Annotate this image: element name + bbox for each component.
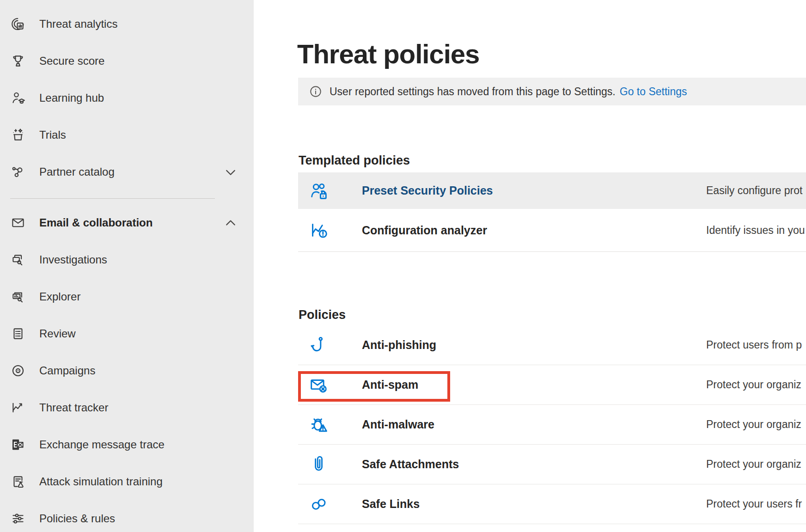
row-title[interactable]: Configuration analyzer [362, 224, 487, 237]
sidebar-item-email-collaboration[interactable]: Email & collaboration [0, 204, 254, 241]
policies-heading: Policies [299, 308, 346, 322]
row-description: Easily configure prot [706, 184, 802, 197]
sidebar-item-label: Email & collaboration [39, 216, 153, 229]
row-title[interactable]: Anti-phishing [362, 338, 436, 352]
sidebar-item-policies-rules[interactable]: Policies & rules [0, 500, 254, 532]
sidebar-item-label: Secure score [39, 55, 104, 67]
sidebar-item-label: Threat analytics [39, 18, 117, 31]
sidebar-item-partner-catalog[interactable]: Partner catalog [0, 153, 254, 190]
sidebar-item-label: Explorer [39, 290, 80, 303]
sidebar-item-trials[interactable]: Trials [0, 116, 254, 153]
anti-phishing-icon [308, 335, 330, 356]
row-title[interactable]: Anti-malware [362, 418, 434, 431]
sidebar-item-campaigns[interactable]: Campaigns [0, 352, 254, 389]
row-title[interactable]: Anti-spam [362, 378, 418, 391]
row-title[interactable]: Safe Links [362, 497, 420, 511]
sidebar-item-exchange-message-trace[interactable]: Exchange message trace [0, 426, 254, 463]
sidebar-item-secure-score[interactable]: Secure score [0, 43, 254, 79]
campaigns-icon [10, 363, 26, 379]
sidebar-item-label: Learning hub [39, 92, 104, 104]
sidebar-item-threat-tracker[interactable]: Threat tracker [0, 389, 254, 426]
policies-rules-icon [10, 511, 26, 526]
email-icon [10, 215, 26, 231]
exchange-icon [10, 437, 26, 453]
sidebar-item-label: Threat tracker [39, 401, 108, 414]
row-preset-security-policies[interactable]: Preset Security Policies Easily configur… [298, 172, 806, 209]
threat-analytics-icon [10, 16, 26, 32]
trophy-icon [10, 53, 26, 69]
row-description: Protect your users fr [706, 498, 802, 510]
row-anti-phishing[interactable]: Anti-phishing Protect users from p [298, 325, 806, 365]
go-to-settings-link[interactable]: Go to Settings [620, 86, 687, 98]
anti-malware-icon [308, 414, 330, 435]
policies-list: Anti-phishing Protect users from p Anti-… [298, 325, 806, 524]
row-safe-links[interactable]: Safe Links Protect your users fr [298, 484, 806, 524]
row-description: Protect your organiz [706, 379, 801, 391]
row-description: Protect your organiz [706, 418, 801, 431]
section-divider [298, 251, 806, 252]
row-anti-malware[interactable]: Anti-malware Protect your organiz [298, 405, 806, 445]
chevron-down-icon[interactable] [224, 165, 238, 179]
explorer-icon [10, 289, 26, 305]
sidebar-item-label: Trials [39, 128, 66, 141]
partner-catalog-icon [10, 164, 26, 180]
preset-security-policies-icon [308, 180, 330, 202]
safe-attachments-icon [308, 454, 330, 475]
row-description: Identify issues in you [706, 224, 805, 237]
info-banner: User reported settings has moved from th… [298, 78, 806, 105]
trials-icon [10, 127, 26, 143]
row-safe-attachments[interactable]: Safe Attachments Protect your organiz [298, 445, 806, 484]
sidebar-item-label: Investigations [39, 253, 107, 266]
row-configuration-analyzer[interactable]: Configuration analyzer Identify issues i… [298, 209, 806, 251]
configuration-analyzer-icon [308, 220, 330, 241]
attack-simulation-icon [10, 474, 26, 489]
sidebar-item-explorer[interactable]: Explorer [0, 278, 254, 315]
sidebar-item-investigations[interactable]: Investigations [0, 241, 254, 278]
row-anti-spam[interactable]: Anti-spam Protect your organiz [298, 365, 806, 405]
row-title-link[interactable]: Preset Security Policies [362, 184, 493, 197]
banner-text: User reported settings has moved from th… [330, 86, 616, 98]
threat-tracker-icon [10, 400, 26, 416]
sidebar-item-review[interactable]: Review [0, 315, 254, 352]
sidebar-item-label: Policies & rules [39, 512, 115, 525]
sidebar-item-label: Review [39, 327, 76, 340]
sidebar-item-label: Partner catalog [39, 165, 115, 178]
sidebar-item-attack-simulation-training[interactable]: Attack simulation training [0, 463, 254, 500]
row-description: Protect users from p [706, 339, 802, 351]
page-title: Threat policies [297, 38, 479, 69]
learning-hub-icon [10, 90, 26, 106]
row-title[interactable]: Safe Attachments [362, 458, 459, 471]
info-icon [309, 85, 323, 98]
safe-links-icon [308, 494, 330, 515]
investigations-icon [10, 252, 26, 268]
row-description: Protect your organiz [706, 458, 801, 471]
chevron-up-icon[interactable] [224, 216, 238, 230]
sidebar-item-label: Exchange message trace [39, 438, 165, 451]
sidebar-divider [10, 198, 215, 199]
sidebar: Threat analytics Secure score Learning h… [0, 0, 254, 532]
sidebar-item-label: Attack simulation training [39, 475, 163, 488]
sidebar-item-threat-analytics[interactable]: Threat analytics [0, 6, 254, 43]
sidebar-item-learning-hub[interactable]: Learning hub [0, 79, 254, 116]
sidebar-item-label: Campaigns [39, 364, 95, 377]
review-icon [10, 326, 26, 342]
anti-spam-icon [308, 374, 330, 396]
templated-policies-heading: Templated policies [299, 153, 410, 168]
